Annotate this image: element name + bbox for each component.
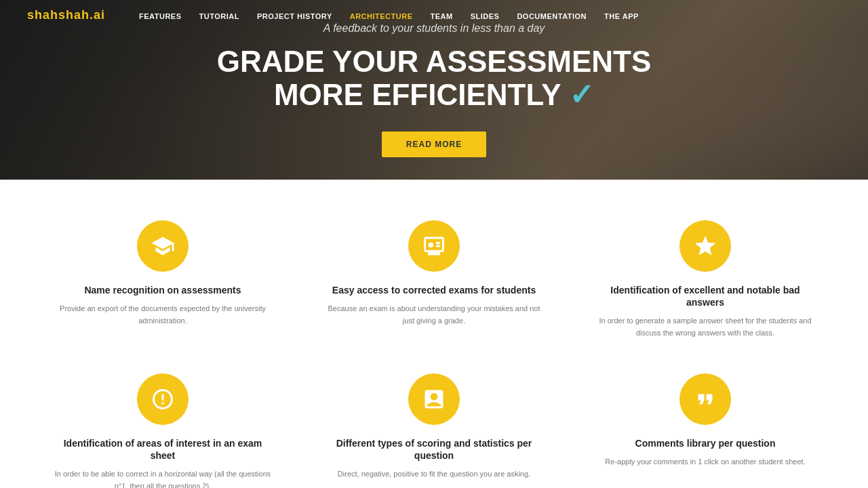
feature-title-easy-access: Easy access to corrected exams for stude… xyxy=(326,284,542,296)
nav-item-tutorial[interactable]: Tutorial xyxy=(193,9,246,22)
feature-icon-quote xyxy=(679,373,731,425)
feature-desc-easy-access: Because an exam is about understanding y… xyxy=(326,303,542,327)
feature-card-different-types: Different types of scoring and statistic… xyxy=(312,367,556,488)
feature-title-comments-library: Comments library per question xyxy=(597,437,814,449)
hero-cta-button[interactable]: READ MORE xyxy=(382,131,486,157)
area-icon xyxy=(151,387,175,411)
feature-icon-area xyxy=(137,373,189,425)
feature-title-identification-excellent: Identification of excellent and notable … xyxy=(597,284,814,308)
quote-icon xyxy=(693,387,717,411)
feature-desc-identification-excellent: In order to generate a sample answer she… xyxy=(597,315,814,339)
nav-logo[interactable]: shahshah.ai xyxy=(27,8,105,22)
feature-desc-name-recognition: Provide an export of the documents expec… xyxy=(54,303,271,327)
screen-icon xyxy=(422,234,446,258)
nav-item-slides[interactable]: Slides xyxy=(464,9,507,22)
nav-item-features[interactable]: Features xyxy=(132,9,188,22)
feature-icon-star xyxy=(679,220,731,272)
feature-card-easy-access: Easy access to corrected exams for stude… xyxy=(312,214,556,346)
nav-item-documentation[interactable]: Documentation xyxy=(510,9,593,22)
star-icon xyxy=(693,234,717,258)
features-grid: Name recognition on assessments Provide … xyxy=(41,214,827,488)
nav-item-team[interactable]: Team xyxy=(424,9,460,22)
feature-desc-different-types: Direct, negative, positive to fit the qu… xyxy=(326,468,542,481)
feature-icon-screen xyxy=(408,220,460,272)
feature-title-name-recognition: Name recognition on assessments xyxy=(54,284,271,296)
hero-title: GRADE YOUR ASSESSMENTS MORE EFFICIENTLY … xyxy=(217,45,652,111)
feature-card-comments-library: Comments library per question Re-apply y… xyxy=(583,367,827,488)
feature-card-identification-excellent: Identification of excellent and notable … xyxy=(583,214,827,346)
navigation: shahshah.ai Features Tutorial Project Hi… xyxy=(0,0,868,30)
hero-checkmark: ✓ xyxy=(569,78,594,111)
feature-desc-comments-library: Re-apply your comments in 1 click on ano… xyxy=(597,456,814,468)
svg-point-0 xyxy=(429,243,434,248)
feature-desc-identification-areas: In order to be able to correct in a hori… xyxy=(54,468,271,488)
hero-content: A feedback to your students in less than… xyxy=(217,22,652,157)
hero-title-line2: MORE EFFICIENTLY xyxy=(274,78,561,111)
nav-links: Features Tutorial Project History Archit… xyxy=(132,9,841,22)
feature-card-identification-areas: Identification of areas of interest in a… xyxy=(41,367,285,488)
feature-icon-graduation xyxy=(137,220,189,272)
feature-title-identification-areas: Identification of areas of interest in a… xyxy=(54,437,271,462)
graduation-icon xyxy=(151,234,175,258)
feature-icon-scoring xyxy=(408,373,460,425)
features-section: Name recognition on assessments Provide … xyxy=(0,180,868,488)
nav-item-project-history[interactable]: Project History xyxy=(250,9,339,22)
hero-title-line1: GRADE YOUR ASSESSMENTS xyxy=(217,45,652,78)
feature-title-different-types: Different types of scoring and statistic… xyxy=(326,437,542,462)
feature-card-name-recognition: Name recognition on assessments Provide … xyxy=(41,214,285,346)
nav-item-architecture[interactable]: Architecture xyxy=(343,9,420,22)
scoring-icon xyxy=(422,387,446,411)
nav-item-the-app[interactable]: The App xyxy=(597,9,646,22)
